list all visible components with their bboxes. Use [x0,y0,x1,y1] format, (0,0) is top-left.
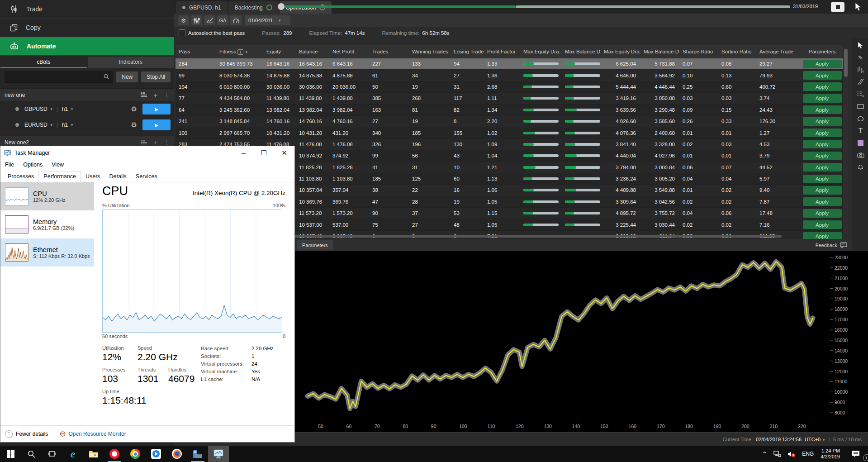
pointer-icon[interactable] [857,41,865,49]
speed-button[interactable] [230,15,242,25]
autoselect-checkbox[interactable] [179,29,185,36]
app-blue[interactable] [146,446,166,462]
apply-button[interactable]: Apply [803,197,842,206]
sidebar-item-cpu[interactable]: CPU 12% 2.20 GHz [0,182,94,210]
column-header-profit-factor[interactable]: Profit Factor [484,49,520,54]
trendlines-icon[interactable] [857,78,865,86]
column-header-net-profit[interactable]: Net Profit [329,49,369,54]
column-header-max-equity-dra-[interactable]: Max Equity Dra.. [520,49,562,54]
column-header-balance[interactable]: Balance [296,49,329,54]
table-row[interactable]: 998 030 574.3614 875.8814 875.884 875.88… [175,70,843,81]
text-icon[interactable]: T [857,127,865,135]
timezone-select[interactable]: UTC+0 ▼ [805,437,825,442]
ellipse-icon[interactable] [857,114,865,123]
app-internet-explorer[interactable]: e [62,446,83,462]
tab-services[interactable]: Services [131,171,162,182]
apply-button[interactable]: Apply [803,60,842,68]
search-button[interactable] [21,446,42,462]
tab-details[interactable]: Details [105,171,131,182]
table-row[interactable]: 1002 997 665.7010 431.2010 431.20431.203… [175,127,843,138]
table-row[interactable]: 774 434 584.0011 439.8011 439.801 439.80… [175,93,843,104]
apply-button[interactable]: Apply [803,220,842,229]
tab-users[interactable]: Users [81,171,105,182]
apply-button[interactable]: Apply [803,71,842,80]
settings-button[interactable]: ⚙ [178,15,189,25]
tab-performance[interactable]: Performance [38,171,81,182]
column-header-max-equity-dra-[interactable]: Max Equity Dra.. [601,49,640,54]
rectangle-icon[interactable] [857,102,865,110]
slider-handle[interactable] [278,3,285,10]
gear-icon[interactable]: ⚙ [131,121,137,129]
tab-processes[interactable]: Processes [3,171,38,182]
open-resource-monitor-link[interactable]: Open Resource Monitor [60,431,126,437]
gear-icon[interactable]: ⚙ [131,105,137,113]
start-cbot-button[interactable]: ▶ [142,104,171,114]
fewer-details-button[interactable]: ⌃ Fewer details [5,430,48,438]
apply-button[interactable]: Apply [803,163,842,171]
apply-button[interactable]: Apply [803,152,842,160]
task-view-button[interactable] [42,446,62,462]
app-file-explorer[interactable] [83,446,104,462]
timeframe-select[interactable]: h1 [62,122,68,128]
grid-view-icon[interactable] [141,140,147,145]
taskbar-clock[interactable]: 1:24 PM 4/2/2019 [817,448,844,460]
sidebar-item-ethernet[interactable]: Ethernet S: 112 Kbps R: 32.0 Kbps [0,238,94,267]
apply-button[interactable]: Apply [803,105,842,114]
sidebar-item-memory[interactable]: Memory 6.9/21.7 GB (32%) [0,210,94,238]
more-options-icon[interactable]: ⋮ [164,91,170,98]
notification-center-button[interactable]: 1 [844,446,868,462]
more-options-icon[interactable]: ⋮ [164,139,170,146]
network-tray-icon[interactable] [770,446,784,462]
scrollbar-thumb[interactable] [844,49,848,77]
bell-icon[interactable] [857,163,865,171]
close-button[interactable]: ✕ [274,146,294,160]
column-header-max-balance-d-[interactable]: Max Balance D.. [562,49,601,54]
menu-file[interactable]: File [5,162,14,168]
app-toolbox[interactable] [187,446,208,462]
hidden-icons-button[interactable]: ⌃ [759,446,770,462]
minimize-button[interactable]: ─ [233,146,254,160]
sidebar-item-automate[interactable]: Automate [0,37,174,56]
parameters-button[interactable] [191,15,202,25]
start-button[interactable] [0,446,21,462]
app-orange[interactable] [166,446,187,462]
column-header-sortino-ratio[interactable]: Sortino Ratio [718,49,756,54]
column-header-sharpe-ratio[interactable]: Sharpe Ratio [679,49,718,54]
symbol-select[interactable]: GBPUSD [24,106,47,112]
stop-all-button[interactable]: Stop All [141,71,171,82]
tab-cbots[interactable]: cBots [0,57,87,68]
start-cbot-button[interactable]: ▶ [142,119,171,130]
equity-chart-button[interactable] [204,15,215,25]
pencil-icon[interactable]: ✎ [857,53,865,62]
app-chrome[interactable] [125,446,146,462]
apply-button[interactable]: Apply [803,94,842,103]
cbot-instance-row[interactable]: EURUSD▼ | h1▼ ⚙ ▶ [0,117,174,133]
cbot-group-header[interactable]: new one + ⋮ [0,88,174,101]
search-input[interactable] [5,71,113,83]
table-row[interactable]: 28430 845 399.7316 643.1616 643.166 643.… [175,58,843,70]
menu-view[interactable]: View [52,162,64,168]
task-manager-window[interactable]: Task Manager ─ ☐ ✕ File Options View Pro… [0,146,295,443]
sidebar-item-copy[interactable]: Copy [0,19,174,37]
feedback-button[interactable]: Feedback [816,242,847,248]
table-row[interactable]: 643 245 362.6013 982.0413 982.043 982.04… [175,105,843,116]
column-header-winning-trades[interactable]: Winning Trades [409,49,451,54]
apply-button[interactable]: Apply [803,209,842,218]
apply-button[interactable]: Apply [803,117,842,126]
volume-tray-icon[interactable] [784,446,799,462]
tab-indicators[interactable]: Indicators [88,57,174,68]
maximize-button[interactable]: ☐ [254,146,274,160]
app-opera[interactable] [104,446,125,462]
add-instance-icon[interactable]: + [153,91,157,99]
column-header-trades[interactable]: Trades [369,49,409,54]
table-row[interactable]: 1946 010 800.0030 036.0030 036.0020 036.… [175,81,843,93]
column-header-losing-trades[interactable]: Losing Trades [451,49,484,54]
grid-view-icon[interactable] [141,92,147,98]
genetic-algorithm-button[interactable]: GA [217,15,228,25]
column-header-parameters[interactable]: Parameters [798,49,843,54]
column-header-equity[interactable]: Equity [263,49,296,54]
table-vertical-scrollbar[interactable] [843,47,848,233]
tab-backtesting[interactable]: Backtesting [228,1,279,14]
app-task-manager[interactable] [208,446,229,462]
apply-button[interactable]: Apply [803,129,842,137]
